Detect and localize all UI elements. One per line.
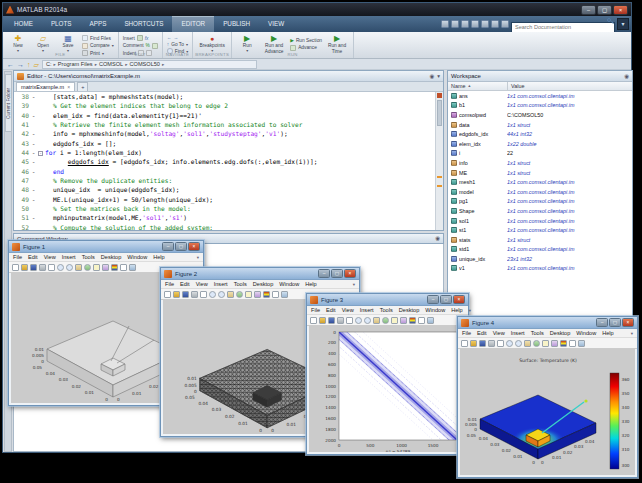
ribbon-tab-plots[interactable]: PLOTS (42, 16, 81, 32)
code-text[interactable]: % Get the element indices that belong to… (38, 101, 435, 110)
figure-menu-insert[interactable]: Insert (511, 330, 525, 336)
rotate-3d-icon[interactable] (236, 291, 243, 298)
zoom-in-icon[interactable] (355, 317, 362, 324)
menu-overflow-icon[interactable]: ▾ (469, 308, 471, 313)
back-arrow-icon[interactable]: ← (7, 60, 14, 69)
panel-menu-icon[interactable]: ◉ (435, 233, 440, 244)
dock-figure-icon[interactable] (129, 264, 136, 271)
back-icon[interactable]: ← (167, 35, 172, 40)
figure-menu-tools[interactable]: Tools (82, 254, 95, 260)
figure-menu-help[interactable]: Help (305, 281, 317, 287)
ribbon-tab-shortcuts[interactable]: SHORTCUTS (115, 16, 172, 32)
open-file-icon[interactable] (173, 291, 180, 298)
figure-menu-edit[interactable]: Edit (180, 281, 190, 287)
insert-legend-icon[interactable] (418, 317, 425, 324)
insert-colorbar-icon[interactable] (111, 264, 118, 271)
workspace-row[interactable]: stats1x1 struct (448, 235, 632, 245)
compare-button[interactable]: Compare▾ (82, 43, 114, 49)
code-text[interactable]: info = mphxmeshinfo(model,'soltag','sol1… (38, 129, 435, 138)
open-button[interactable]: ▱Open▾ (32, 34, 54, 53)
search-input[interactable] (511, 22, 615, 33)
breadcrumb-item[interactable]: COMSOL (99, 61, 123, 67)
brush-data-icon[interactable] (400, 317, 407, 324)
figure3-titlebar[interactable]: Figure 3 – ▢ × (307, 294, 468, 306)
new-button[interactable]: ✚New▾ (7, 34, 29, 53)
figure-menu-file[interactable]: File (462, 330, 471, 336)
code-text[interactable]: ME.L(unique_idx+1) = 50/length(unique_id… (38, 195, 435, 204)
minimize-button[interactable]: – (427, 295, 439, 304)
figure3-plot[interactable]: 0 200 400 600 800 1000 1200 1400 1600 18… (309, 326, 466, 452)
menu-overflow-icon[interactable]: ▾ (353, 282, 355, 287)
close-button[interactable]: × (613, 5, 628, 15)
figure-menu-file[interactable]: File (165, 281, 174, 287)
code-lines[interactable]: 38- [stats,data] = mphmeshstats(model);3… (14, 92, 435, 230)
ribbon-tab-view[interactable]: VIEW (259, 16, 293, 32)
editor-titlebar[interactable]: Editor - C:\Users\comsol\matrixExample.m… (14, 71, 443, 82)
save-figure-icon[interactable] (479, 340, 486, 347)
figure-menu-desktop[interactable]: Desktop (253, 281, 274, 287)
workspace-row[interactable]: Shape1x1 com.comsol.clientapi.im (448, 206, 632, 216)
edit-plot-icon[interactable] (346, 317, 353, 324)
insert-legend-icon[interactable] (272, 291, 279, 298)
code-text[interactable]: % Remove the duplicate entities: (38, 176, 435, 185)
workspace-row[interactable]: v11x1 com.comsol.clientapi.im (448, 264, 632, 274)
pan-icon[interactable] (75, 264, 82, 271)
figure-window-4[interactable]: Figure 4 – ▢ × FileEditViewInsertToolsDe… (457, 316, 638, 478)
search-icon[interactable] (607, 18, 611, 22)
breadcrumb-item[interactable]: COMSOL50 (130, 61, 160, 67)
workspace-row[interactable]: edgdofs_idx44x1 int32 (448, 129, 632, 139)
code-text[interactable]: % Set the matrices back in the model: (38, 204, 435, 213)
zoom-in-icon[interactable] (506, 340, 513, 347)
code-text[interactable]: edgdofs_idx = [edgdofs_idx; info.element… (38, 157, 435, 166)
open-file-icon[interactable] (319, 317, 326, 324)
ribbon-menu-button[interactable]: ▾ (617, 18, 629, 30)
quick-access-icon[interactable] (491, 20, 499, 28)
new-tab-button[interactable]: + (77, 82, 88, 91)
minimize-button[interactable]: – (318, 269, 330, 278)
zoom-out-icon[interactable] (66, 264, 73, 271)
quick-access-icon[interactable] (451, 20, 459, 28)
figure-menu-desktop[interactable]: Desktop (399, 307, 420, 313)
code-text[interactable]: % Retrieve the finite element mesh infor… (38, 120, 435, 129)
pan-icon[interactable] (373, 317, 380, 324)
scrollbar-thumb[interactable] (437, 100, 442, 126)
insert-legend-icon[interactable] (120, 264, 127, 271)
data-cursor-icon[interactable] (93, 264, 100, 271)
minimize-button[interactable]: – (162, 242, 174, 251)
figure-toolbar[interactable] (307, 315, 468, 326)
figure-menu-insert[interactable]: Insert (214, 281, 228, 287)
rotate-3d-icon[interactable] (533, 340, 540, 347)
close-button[interactable]: × (344, 269, 356, 278)
figure1-titlebar[interactable]: Figure 1 – ▢ × (9, 241, 203, 253)
goto-button[interactable]: ↑Go To▾ (167, 42, 188, 47)
quick-access-icon[interactable] (501, 20, 509, 28)
workspace-row[interactable]: unique_idx23x1 int32 (448, 254, 632, 264)
code-text[interactable]: edgdofs_idx = []; (38, 139, 435, 148)
figure-menu-window[interactable]: Window (425, 307, 445, 313)
insert-colorbar-icon[interactable] (263, 291, 270, 298)
workspace-row[interactable]: mesh11x1 com.comsol.clientapi.im (448, 177, 632, 187)
data-cursor-icon[interactable] (542, 340, 549, 347)
print-figure-icon[interactable] (39, 264, 46, 271)
zoom-out-icon[interactable] (218, 291, 225, 298)
minimize-button[interactable]: – (596, 318, 608, 327)
dock-figure-icon[interactable] (578, 340, 585, 347)
figure-menu-view[interactable]: View (196, 281, 208, 287)
workspace-row[interactable]: pg11x1 com.comsol.clientapi.im (448, 197, 632, 207)
figure-menu-file[interactable]: File (311, 307, 320, 313)
workspace-row[interactable]: b11x1 com.comsol.clientapi.im (448, 101, 632, 111)
new-figure-icon[interactable] (164, 291, 171, 298)
rotate-3d-icon[interactable] (382, 317, 389, 324)
code-text[interactable]: unique_idx = unique(edgdofs_idx); (38, 185, 435, 194)
workspace-titlebar[interactable]: Workspace ◉ (448, 71, 632, 82)
up-folder-icon[interactable]: ↑ (27, 60, 31, 69)
figure-menubar[interactable]: FileEditViewInsertToolsDesktopWindowHelp… (161, 280, 359, 289)
menu-overflow-icon[interactable]: ▾ (197, 255, 199, 260)
figure-menu-tools[interactable]: Tools (380, 307, 393, 313)
figure-menu-help[interactable]: Help (153, 254, 165, 260)
print-figure-icon[interactable] (488, 340, 495, 347)
insert-button[interactable]: Insertfx (123, 35, 158, 41)
figure-menu-edit[interactable]: Edit (326, 307, 336, 313)
figure-toolbar[interactable] (458, 338, 637, 349)
figure-menu-view[interactable]: View (342, 307, 354, 313)
